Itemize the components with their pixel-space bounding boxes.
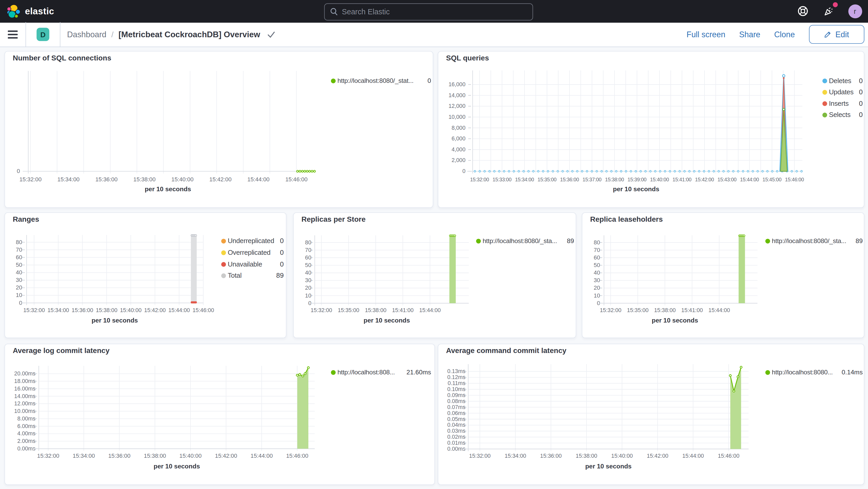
- clone-button[interactable]: Clone: [774, 30, 795, 39]
- panel-title: Replicas per Store: [301, 215, 365, 223]
- page-title: [Metricbeat CockroachDB] Overview: [119, 30, 260, 39]
- panel-title: Average command commit latency: [446, 346, 566, 355]
- breadcrumb-dashboard[interactable]: Dashboard: [67, 30, 106, 39]
- panel-ranges: Ranges: [4, 212, 286, 338]
- hamburger-icon: [8, 30, 18, 38]
- global-search[interactable]: [324, 3, 533, 20]
- panel-average-command-commit-latency: Average command commit latency: [438, 344, 864, 485]
- logo-wordmark: elastic: [25, 6, 54, 17]
- saved-check-icon[interactable]: [267, 30, 275, 38]
- panel-title: Average log commit latency: [13, 346, 110, 355]
- panel-average-log-commit-latency: Average log commit latency: [4, 344, 435, 485]
- dashboard-toolbar: D Dashboard / [Metricbeat CockroachDB] O…: [0, 22, 868, 47]
- panel-sql-queries: SQL queries: [438, 51, 864, 208]
- menu-button[interactable]: [0, 22, 26, 47]
- life-ring-icon: [797, 6, 808, 17]
- panel-number-of-sql-connections: Number of SQL connections: [4, 51, 433, 208]
- elastic-logo-icon: [7, 4, 21, 18]
- panel-title: Ranges: [13, 215, 39, 223]
- kibana-dashboard-app: elastic: [0, 0, 868, 489]
- panel-title: Replica leaseholders: [590, 215, 663, 223]
- breadcrumb-separator: /: [112, 30, 114, 39]
- panel-title: SQL queries: [446, 54, 489, 62]
- toolbar-actions: Full screen Share Clone Edit: [686, 25, 868, 44]
- panel-replica-leaseholders: Replica leaseholders: [582, 212, 864, 338]
- nav-icons: r: [796, 0, 868, 22]
- whats-new-button[interactable]: [822, 5, 835, 18]
- search-input[interactable]: [338, 7, 533, 16]
- edit-button-label: Edit: [835, 30, 849, 39]
- full-screen-button[interactable]: Full screen: [686, 30, 725, 39]
- elastic-logo[interactable]: elastic: [7, 0, 55, 22]
- panel-title: Number of SQL connections: [13, 54, 111, 62]
- search-icon: [330, 8, 338, 16]
- help-button[interactable]: [796, 5, 809, 18]
- edit-button[interactable]: Edit: [809, 25, 864, 44]
- top-nav: elastic: [0, 0, 868, 22]
- pencil-icon: [824, 31, 832, 38]
- share-button[interactable]: Share: [739, 30, 760, 39]
- breadcrumb: Dashboard / [Metricbeat CockroachDB] Ove…: [67, 30, 275, 39]
- user-avatar[interactable]: r: [848, 4, 862, 18]
- toolbar-divider: [26, 22, 26, 47]
- party-popper-icon: [823, 6, 834, 17]
- toolbar-divider: [60, 22, 60, 47]
- panel-replicas-per-store: Replicas per Store: [293, 212, 576, 338]
- space-avatar: D: [36, 28, 49, 41]
